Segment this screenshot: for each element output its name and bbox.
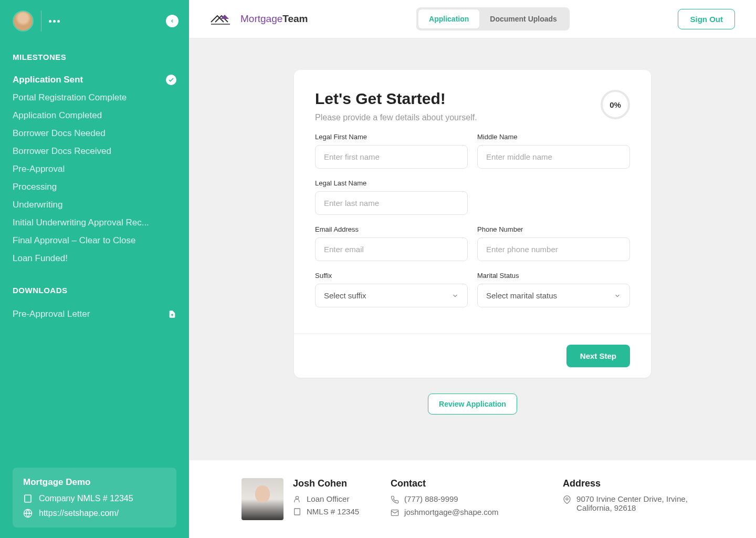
chevron-down-icon (452, 292, 459, 299)
next-step-button[interactable]: Next Step (566, 345, 630, 367)
download-pre-approval-letter[interactable]: Pre-Approval Letter (13, 304, 176, 324)
email-label: Email Address (315, 225, 468, 233)
milestone-item-loan-funded[interactable]: Loan Funded! (13, 250, 176, 267)
company-nmls: Company NMLS # 12345 (39, 494, 133, 503)
logo[interactable]: MortgageTeam (210, 12, 308, 26)
tabs: Application Document Uploads (416, 7, 570, 30)
divider (41, 11, 41, 32)
officer-block: Josh Cohen Loan Officer NMLS # 12345 (242, 478, 359, 520)
officer-title: Loan Officer (307, 494, 349, 503)
last-name-input[interactable] (315, 191, 468, 215)
contact-block: Contact (777) 888-9999 joshmortgage@shap… (391, 478, 531, 520)
milestone-item-application-completed[interactable]: Application Completed (13, 107, 176, 125)
logo-text-2: Team (282, 13, 308, 24)
milestone-item-application-sent[interactable]: Application Sent (13, 71, 176, 89)
milestone-label: Borrower Docs Received (13, 146, 111, 157)
downloads-heading: DOWNLOADS (13, 286, 176, 295)
check-icon (166, 75, 176, 85)
milestone-label: Underwriting (13, 200, 62, 210)
more-menu-button[interactable] (49, 20, 60, 23)
chevron-down-icon (614, 292, 621, 299)
middle-name-input[interactable] (477, 145, 630, 169)
officer-avatar (242, 478, 284, 520)
company-name: Mortgage Demo (23, 477, 166, 488)
marital-placeholder: Select marital status (486, 291, 557, 300)
milestone-label: Borrower Docs Needed (13, 128, 106, 139)
milestone-label: Processing (13, 182, 57, 192)
footer: Josh Cohen Loan Officer NMLS # 12345 Con… (189, 460, 756, 538)
marital-select[interactable]: Select marital status (477, 284, 630, 307)
header: MortgageTeam Application Document Upload… (189, 0, 756, 38)
milestone-item-pre-approval[interactable]: Pre-Approval (13, 160, 176, 178)
suffix-placeholder: Select suffix (324, 291, 366, 300)
middle-name-label: Middle Name (477, 133, 630, 141)
review-application-button[interactable]: Review Application (428, 394, 517, 415)
milestone-item-docs-received[interactable]: Borrower Docs Received (13, 142, 176, 160)
milestone-label: Initial Underwriting Approval Rec... (13, 218, 149, 228)
logo-text-1: Mortgage (240, 13, 282, 24)
milestone-item-portal-registration[interactable]: Portal Registration Complete (13, 89, 176, 107)
milestone-item-final-approval[interactable]: Final Approval – Clear to Close (13, 232, 176, 250)
chevron-left-icon (170, 18, 175, 24)
milestone-label: Final Approval – Clear to Close (13, 235, 135, 246)
milestone-label: Portal Registration Complete (13, 92, 127, 103)
collapse-sidebar-button[interactable] (166, 15, 178, 27)
svg-point-8 (296, 496, 298, 499)
first-name-input[interactable] (315, 145, 468, 169)
milestone-label: Pre-Approval (13, 164, 65, 174)
form-card: Let's Get Started! Please provide a few … (294, 70, 651, 378)
user-avatar[interactable] (13, 11, 34, 32)
svg-point-11 (566, 498, 568, 500)
contact-email[interactable]: joshmortgage@shape.com (404, 508, 499, 516)
company-card: Mortgage Demo Company NMLS # 12345 https… (13, 468, 176, 527)
suffix-select[interactable]: Select suffix (315, 284, 468, 307)
phone-input[interactable] (477, 237, 630, 261)
address-text: 9070 Irvine Center Drive, Irvine, Califo… (576, 494, 704, 512)
milestones-heading: MILESTONES (13, 53, 176, 61)
suffix-label: Suffix (315, 272, 468, 280)
tab-application[interactable]: Application (418, 9, 479, 28)
globe-icon (23, 509, 33, 518)
svg-rect-0 (25, 495, 31, 502)
sign-out-button[interactable]: Sign Out (678, 9, 735, 29)
tab-document-uploads[interactable]: Document Uploads (479, 9, 568, 28)
officer-nmls: NMLS # 12345 (307, 507, 359, 516)
sidebar: MILESTONES Application Sent Portal Regis… (0, 0, 189, 538)
first-name-label: Legal First Name (315, 133, 468, 141)
contact-phone[interactable]: (777) 888-9999 (404, 494, 458, 503)
milestone-item-initial-approval[interactable]: Initial Underwriting Approval Rec... (13, 214, 176, 232)
page-subtitle: Please provide a few details about yours… (315, 113, 477, 122)
milestone-item-processing[interactable]: Processing (13, 178, 176, 196)
building-icon (23, 494, 33, 503)
phone-label: Phone Number (477, 225, 630, 233)
milestone-item-underwriting[interactable]: Underwriting (13, 196, 176, 214)
last-name-label: Legal Last Name (315, 179, 468, 187)
mail-icon (391, 509, 399, 517)
user-icon (293, 495, 301, 503)
company-url[interactable]: https://setshape.com/ (39, 509, 119, 518)
contact-heading: Contact (391, 478, 531, 489)
email-input[interactable] (315, 237, 468, 261)
download-label: Pre-Approval Letter (13, 309, 90, 319)
phone-icon (391, 495, 399, 504)
page-title: Let's Get Started! (315, 90, 477, 108)
logo-icon (210, 12, 236, 26)
milestone-label: Application Completed (13, 110, 102, 121)
pin-icon (563, 495, 571, 504)
progress-indicator: 0% (601, 90, 630, 119)
address-heading: Address (563, 478, 704, 489)
milestone-item-docs-needed[interactable]: Borrower Docs Needed (13, 125, 176, 142)
milestone-label: Application Sent (13, 75, 83, 85)
building-icon (293, 508, 301, 516)
file-upload-icon (168, 309, 176, 319)
milestone-label: Loan Funded! (13, 253, 68, 264)
address-block: Address 9070 Irvine Center Drive, Irvine… (563, 478, 704, 520)
milestone-list: Application Sent Portal Registration Com… (13, 71, 176, 267)
svg-rect-9 (295, 509, 300, 515)
officer-name: Josh Cohen (293, 478, 359, 489)
marital-label: Marital Status (477, 272, 630, 280)
